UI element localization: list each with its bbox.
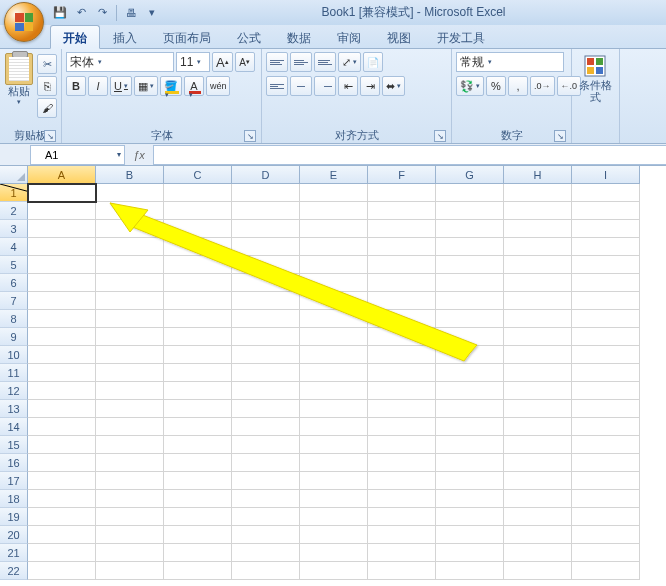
conditional-format-button[interactable]: 条件格式 bbox=[576, 52, 614, 103]
cell[interactable] bbox=[232, 256, 300, 274]
cell[interactable] bbox=[504, 562, 572, 580]
cell[interactable] bbox=[96, 364, 164, 382]
cell[interactable] bbox=[572, 562, 640, 580]
row-header[interactable]: 11 bbox=[0, 364, 28, 382]
bold-button[interactable]: B bbox=[66, 76, 86, 96]
cell[interactable] bbox=[232, 292, 300, 310]
row-header[interactable]: 21 bbox=[0, 544, 28, 562]
cell[interactable] bbox=[164, 274, 232, 292]
cell[interactable] bbox=[436, 238, 504, 256]
cell[interactable] bbox=[436, 436, 504, 454]
cell[interactable] bbox=[28, 562, 96, 580]
cell[interactable] bbox=[436, 454, 504, 472]
cell[interactable] bbox=[96, 220, 164, 238]
column-header[interactable]: H bbox=[504, 166, 572, 184]
cell[interactable] bbox=[300, 256, 368, 274]
row-header[interactable]: 18 bbox=[0, 490, 28, 508]
copy-button[interactable]: ⎘ bbox=[37, 76, 57, 96]
phonetic-button[interactable]: wén bbox=[206, 76, 231, 96]
row-header[interactable]: 16 bbox=[0, 454, 28, 472]
cell[interactable] bbox=[232, 490, 300, 508]
cell[interactable] bbox=[232, 562, 300, 580]
number-launcher[interactable]: ↘ bbox=[554, 130, 566, 142]
cell[interactable] bbox=[96, 544, 164, 562]
align-center-button[interactable] bbox=[290, 76, 312, 96]
cell[interactable] bbox=[436, 562, 504, 580]
tab-review[interactable]: 审阅 bbox=[324, 25, 374, 48]
cell[interactable] bbox=[96, 436, 164, 454]
cell[interactable] bbox=[164, 238, 232, 256]
cell[interactable] bbox=[164, 436, 232, 454]
cell[interactable] bbox=[504, 274, 572, 292]
cell[interactable] bbox=[28, 346, 96, 364]
cell[interactable] bbox=[164, 526, 232, 544]
cell[interactable] bbox=[96, 526, 164, 544]
fill-color-button[interactable]: 🪣 bbox=[160, 76, 182, 96]
tab-developer[interactable]: 开发工具 bbox=[424, 25, 498, 48]
cell[interactable] bbox=[504, 418, 572, 436]
tab-home[interactable]: 开始 bbox=[50, 25, 100, 49]
tab-formulas[interactable]: 公式 bbox=[224, 25, 274, 48]
cell[interactable] bbox=[28, 310, 96, 328]
cell[interactable] bbox=[232, 346, 300, 364]
qat-customize-icon[interactable]: ▾ bbox=[143, 4, 161, 22]
cell[interactable] bbox=[436, 544, 504, 562]
cell[interactable] bbox=[368, 256, 436, 274]
cell[interactable] bbox=[28, 472, 96, 490]
cell[interactable] bbox=[300, 526, 368, 544]
cell[interactable] bbox=[96, 418, 164, 436]
cell[interactable] bbox=[436, 526, 504, 544]
cell[interactable] bbox=[368, 382, 436, 400]
cell[interactable] bbox=[164, 256, 232, 274]
font-launcher[interactable]: ↘ bbox=[244, 130, 256, 142]
cell[interactable] bbox=[164, 562, 232, 580]
cell[interactable] bbox=[300, 544, 368, 562]
italic-button[interactable]: I bbox=[88, 76, 108, 96]
cell[interactable] bbox=[300, 508, 368, 526]
cell[interactable] bbox=[572, 310, 640, 328]
border-button[interactable]: ▦ bbox=[134, 76, 158, 96]
cell[interactable] bbox=[368, 544, 436, 562]
cell[interactable] bbox=[368, 472, 436, 490]
cell[interactable] bbox=[572, 544, 640, 562]
cell[interactable] bbox=[436, 310, 504, 328]
cell[interactable] bbox=[232, 364, 300, 382]
underline-button[interactable]: U bbox=[110, 76, 132, 96]
cell[interactable] bbox=[572, 400, 640, 418]
cell[interactable] bbox=[164, 292, 232, 310]
qat-save-icon[interactable]: 💾 bbox=[51, 4, 69, 22]
cell[interactable] bbox=[300, 346, 368, 364]
cell[interactable] bbox=[504, 256, 572, 274]
cell[interactable] bbox=[572, 490, 640, 508]
cell[interactable] bbox=[96, 238, 164, 256]
cell[interactable] bbox=[28, 220, 96, 238]
row-header[interactable]: 20 bbox=[0, 526, 28, 544]
cell[interactable] bbox=[436, 508, 504, 526]
cell[interactable] bbox=[300, 382, 368, 400]
cell[interactable] bbox=[572, 238, 640, 256]
cell[interactable] bbox=[300, 184, 368, 202]
cell[interactable] bbox=[300, 472, 368, 490]
qat-redo-icon[interactable]: ↷ bbox=[93, 4, 111, 22]
cell[interactable] bbox=[504, 328, 572, 346]
cell[interactable] bbox=[96, 292, 164, 310]
column-header[interactable]: E bbox=[300, 166, 368, 184]
cell[interactable] bbox=[572, 328, 640, 346]
cell[interactable] bbox=[368, 454, 436, 472]
column-header[interactable]: A bbox=[28, 166, 96, 184]
cell[interactable] bbox=[96, 472, 164, 490]
cell[interactable] bbox=[300, 310, 368, 328]
cell[interactable] bbox=[232, 436, 300, 454]
cell[interactable] bbox=[504, 292, 572, 310]
cell[interactable] bbox=[300, 400, 368, 418]
cell[interactable] bbox=[368, 364, 436, 382]
row-header[interactable]: 6 bbox=[0, 274, 28, 292]
row-header[interactable]: 7 bbox=[0, 292, 28, 310]
cell[interactable] bbox=[572, 508, 640, 526]
fx-button[interactable]: ƒx bbox=[129, 146, 149, 164]
orientation-button[interactable]: ⤢ bbox=[338, 52, 361, 72]
cell[interactable] bbox=[28, 184, 96, 202]
align-middle-button[interactable] bbox=[290, 52, 312, 72]
cell[interactable] bbox=[436, 490, 504, 508]
row-header[interactable]: 22 bbox=[0, 562, 28, 580]
